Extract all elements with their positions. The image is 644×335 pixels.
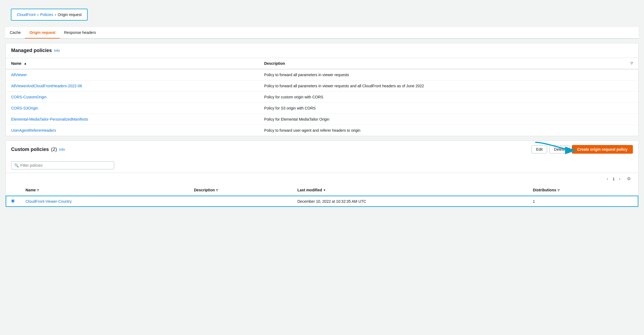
col-custom-name[interactable]: Name ▽ [20,185,189,196]
custom-policy-distributions: 1 [527,196,638,207]
managed-policies-table: Name ▲ Description ▽ AllViewer Polic [6,58,638,136]
row-radio-cell[interactable] [6,196,20,207]
managed-policy-name[interactable]: AllViewerAndCloudFrontHeaders-2022-06 [6,80,259,92]
custom-policy-link[interactable]: CloudFront-Viewer-Country [25,199,72,204]
custom-desc-sort-icon: ▽ [216,189,218,192]
pagination-current: 1 [613,177,615,181]
breadcrumb-current: Origin request [58,12,82,17]
search-icon: 🔍 [14,163,19,168]
managed-policy-name[interactable]: AllViewer [6,69,259,80]
managed-policy-description: Policy for S3 origin with CORS [259,103,638,114]
custom-policies-header: Custom policies (2) Info Edit Delete [6,141,638,158]
col-name[interactable]: Name ▲ [6,58,259,69]
managed-policy-description: Policy to forward all parameters in view… [259,69,638,80]
managed-policies-header: Managed policies Info [6,43,638,58]
tab-origin-request[interactable]: Origin request [25,27,60,38]
custom-policies-title-area: Custom policies (2) Info [11,147,65,152]
tab-cache[interactable]: Cache [5,27,25,38]
policy-link[interactable]: Elemental-MediaTailor-PersonalizedManife… [11,117,88,121]
policy-link[interactable]: CORS-CustomOrigin [11,95,47,99]
custom-policies-title: Custom policies [11,147,49,152]
tab-response-headers[interactable]: Response headers [60,27,100,38]
custom-policy-description [189,196,292,207]
managed-policy-name[interactable]: Elemental-MediaTailor-PersonalizedManife… [6,114,259,125]
policy-link[interactable]: UserAgentRefererHeaders [11,128,56,133]
last-modified-sort-icon: ▼ [323,189,326,192]
managed-policy-description: Policy for Elemental MediaTailor Origin [259,114,638,125]
managed-policies-title: Managed policies [11,48,52,53]
table-settings-button[interactable]: ⚙ [625,175,633,182]
custom-policies-card: Custom policies (2) Info Edit Delete [5,140,639,207]
table-row: CORS-S3Origin Policy for S3 origin with … [6,103,638,114]
table-row: CORS-CustomOrigin Policy for custom orig… [6,92,638,103]
managed-policy-description: Policy to forward all parameters in view… [259,80,638,92]
col-last-modified[interactable]: Last modified ▼ [292,185,527,196]
table-row: UserAgentRefererHeaders Policy to forwar… [6,125,638,136]
table-row: AllViewer Policy to forward all paramete… [6,69,638,80]
managed-policies-table-container: Name ▲ Description ▽ AllViewer Polic [6,58,638,136]
table-row: CloudFront-Viewer-Country December 10, 2… [6,196,638,207]
row-radio[interactable] [11,199,15,203]
table-row: AllViewerAndCloudFrontHeaders-2022-06 Po… [6,80,638,92]
col-settings-icon[interactable]: ▽ [630,61,633,65]
create-origin-request-policy-button[interactable]: Create origin request policy [572,145,633,154]
custom-policy-name[interactable]: CloudFront-Viewer-Country [20,196,189,207]
delete-button[interactable]: Delete [549,145,569,153]
filter-bar: 🔍 [6,158,638,173]
col-distributions[interactable]: Distributions ▽ [527,185,638,196]
breadcrumb-sep-1: › [37,12,39,17]
edit-button[interactable]: Edit [531,145,547,153]
col-custom-description[interactable]: Description ▽ [189,185,292,196]
filter-policies-input[interactable] [20,163,111,168]
custom-policies-table: Name ▽ Description ▽ Last modified [6,185,638,207]
breadcrumb: CloudFront › Policies › Origin request [11,9,88,21]
name-sort-icon: ▲ [24,62,27,65]
managed-policy-name[interactable]: CORS-S3Origin [6,103,259,114]
policy-link[interactable]: CORS-S3Origin [11,106,38,110]
managed-policy-name[interactable]: UserAgentRefererHeaders [6,125,259,136]
pagination-next-button[interactable]: › [617,175,623,182]
breadcrumb-cloudfront[interactable]: CloudFront [17,12,36,17]
filter-input-wrap[interactable]: 🔍 [11,161,114,169]
table-row: Elemental-MediaTailor-PersonalizedManife… [6,114,638,125]
col-description: Description ▽ [259,58,638,69]
action-buttons: Edit Delete Create origin request policy [531,145,633,154]
managed-policy-description: Policy to forward user-agent and referer… [259,125,638,136]
custom-policies-info[interactable]: Info [59,147,65,152]
pagination-row: ‹ 1 › ⚙ [6,173,638,185]
managed-policy-name[interactable]: CORS-CustomOrigin [6,92,259,103]
custom-policies-count: (2) [51,147,57,152]
managed-policies-card: Managed policies Info Name ▲ Description [5,43,639,136]
pagination-prev-button[interactable]: ‹ [605,175,610,182]
col-select [6,185,20,196]
breadcrumb-policies[interactable]: Policies [40,12,53,17]
managed-policies-info[interactable]: Info [54,49,60,53]
breadcrumb-sep-2: › [55,12,56,17]
custom-name-sort-icon: ▽ [37,189,39,192]
policy-link[interactable]: AllViewerAndCloudFrontHeaders-2022-06 [11,84,82,88]
managed-policy-description: Policy for custom origin with CORS [259,92,638,103]
distributions-sort-icon: ▽ [557,189,560,192]
create-button-container: Create origin request policy [572,145,633,154]
policy-link[interactable]: AllViewer [11,73,27,77]
custom-policy-last-modified: December 10, 2022 at 10:32:35 AM UTC [292,196,527,207]
